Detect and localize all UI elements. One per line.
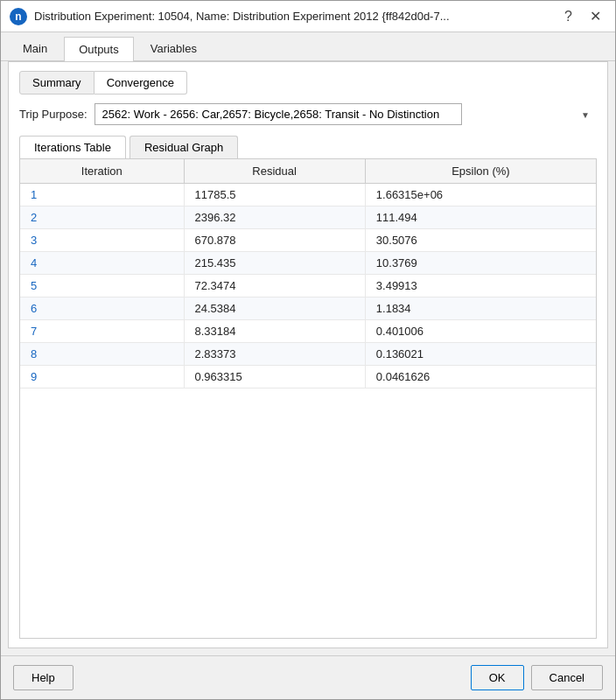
cell-residual: 215.435 bbox=[184, 252, 365, 275]
cell-iteration: 6 bbox=[20, 298, 184, 320]
top-tab-bar: Main Outputs Variables bbox=[1, 32, 615, 61]
title-bar: n Distribution Experiment: 10504, Name: … bbox=[1, 1, 615, 32]
help-button[interactable]: ? bbox=[559, 8, 578, 25]
cell-residual: 0.963315 bbox=[184, 366, 365, 388]
col-header-iteration: Iteration bbox=[20, 159, 184, 184]
table-container: Iteration Residual Epsilon (%) 1 11785.5… bbox=[19, 158, 597, 639]
table-row: 8 2.83373 0.136021 bbox=[20, 343, 596, 366]
table-row: 4 215.435 10.3769 bbox=[20, 252, 596, 275]
content-area: Summary Convergence Trip Purpose: 2562: … bbox=[8, 61, 608, 648]
cancel-button[interactable]: Cancel bbox=[531, 665, 603, 690]
table-row: 6 24.5384 1.1834 bbox=[20, 298, 596, 320]
table-row: 3 670.878 30.5076 bbox=[20, 229, 596, 252]
cell-iteration: 8 bbox=[20, 343, 184, 366]
trip-purpose-select[interactable]: 2562: Work - 2656: Car,2657: Bicycle,265… bbox=[94, 103, 462, 125]
close-button[interactable]: ✕ bbox=[584, 8, 606, 25]
inner-tab-iterations[interactable]: Iterations Table bbox=[19, 136, 126, 158]
cell-residual: 72.3474 bbox=[184, 275, 365, 298]
cell-residual: 2396.32 bbox=[184, 206, 365, 229]
footer-right: OK Cancel bbox=[471, 665, 603, 690]
cell-residual: 11785.5 bbox=[184, 184, 365, 206]
cell-epsilon: 0.0461626 bbox=[365, 366, 596, 388]
col-header-residual: Residual bbox=[184, 159, 365, 184]
app-icon: n bbox=[10, 8, 27, 25]
footer: Help OK Cancel bbox=[1, 655, 615, 699]
cell-epsilon: 0.136021 bbox=[365, 343, 596, 366]
title-bar-left: n Distribution Experiment: 10504, Name: … bbox=[10, 8, 450, 25]
inner-tab-bar: Iterations Table Residual Graph bbox=[19, 136, 597, 158]
table-row: 1 11785.5 1.66315e+06 bbox=[20, 184, 596, 206]
main-window: n Distribution Experiment: 10504, Name: … bbox=[0, 0, 616, 700]
trip-purpose-row: Trip Purpose: 2562: Work - 2656: Car,265… bbox=[19, 103, 597, 125]
cell-residual: 2.83373 bbox=[184, 343, 365, 366]
trip-purpose-label: Trip Purpose: bbox=[19, 108, 88, 121]
sub-tab-convergence[interactable]: Convergence bbox=[94, 71, 187, 94]
cell-iteration: 7 bbox=[20, 320, 184, 343]
sub-tab-bar: Summary Convergence bbox=[19, 71, 597, 94]
cell-epsilon: 1.1834 bbox=[365, 298, 596, 320]
cell-epsilon: 0.401006 bbox=[365, 320, 596, 343]
cell-iteration: 1 bbox=[20, 184, 184, 206]
cell-iteration: 3 bbox=[20, 229, 184, 252]
title-bar-right: ? ✕ bbox=[559, 8, 606, 25]
cell-epsilon: 10.3769 bbox=[365, 252, 596, 275]
cell-iteration: 4 bbox=[20, 252, 184, 275]
tab-variables[interactable]: Variables bbox=[136, 36, 212, 60]
cell-epsilon: 1.66315e+06 bbox=[365, 184, 596, 206]
table-row: 2 2396.32 111.494 bbox=[20, 206, 596, 229]
help-footer-button[interactable]: Help bbox=[13, 665, 74, 690]
cell-residual: 8.33184 bbox=[184, 320, 365, 343]
tab-outputs[interactable]: Outputs bbox=[64, 37, 134, 61]
inner-tab-residual[interactable]: Residual Graph bbox=[130, 136, 238, 158]
window-title: Distribution Experiment: 10504, Name: Di… bbox=[34, 10, 450, 23]
trip-purpose-select-wrapper: 2562: Work - 2656: Car,2657: Bicycle,265… bbox=[94, 103, 597, 125]
iterations-table: Iteration Residual Epsilon (%) 1 11785.5… bbox=[20, 159, 596, 388]
cell-iteration: 5 bbox=[20, 275, 184, 298]
ok-button[interactable]: OK bbox=[471, 665, 524, 690]
cell-residual: 670.878 bbox=[184, 229, 365, 252]
cell-iteration: 2 bbox=[20, 206, 184, 229]
cell-epsilon: 30.5076 bbox=[365, 229, 596, 252]
cell-residual: 24.5384 bbox=[184, 298, 365, 320]
sub-tab-summary[interactable]: Summary bbox=[19, 71, 94, 94]
cell-epsilon: 111.494 bbox=[365, 206, 596, 229]
cell-iteration: 9 bbox=[20, 366, 184, 388]
table-row: 5 72.3474 3.49913 bbox=[20, 275, 596, 298]
cell-epsilon: 3.49913 bbox=[365, 275, 596, 298]
table-row: 7 8.33184 0.401006 bbox=[20, 320, 596, 343]
tab-main[interactable]: Main bbox=[8, 36, 62, 60]
table-row: 9 0.963315 0.0461626 bbox=[20, 366, 596, 388]
col-header-epsilon: Epsilon (%) bbox=[365, 159, 596, 184]
